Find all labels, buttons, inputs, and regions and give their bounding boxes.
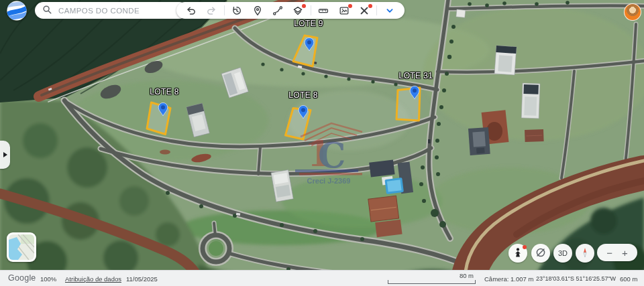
compass-button[interactable] — [576, 244, 594, 263]
status-bar: Google 100% Atribuição de dados 11/05/20… — [0, 270, 644, 286]
main-toolbar — [176, 2, 405, 19]
map-scale: 80 m — [388, 273, 476, 284]
toolbar-divider — [224, 5, 225, 15]
draw-path-button[interactable] — [270, 3, 285, 18]
add-placemark-button[interactable] — [250, 3, 265, 18]
scale-label: 80 m — [388, 273, 476, 279]
cursor-coordinates: 23°18'03.61"S 51°16'25.57"W — [536, 275, 616, 282]
project-tools-button[interactable] — [356, 3, 372, 18]
google-earth-app: LOTE 9 LOTE 8 LOTE 8 LOTE 31 1 C Creci J… — [0, 0, 644, 286]
data-attribution-link[interactable]: Atribuição de dados — [65, 275, 121, 283]
ruler-icon — [318, 5, 329, 16]
toolbar-divider — [311, 5, 311, 15]
toolbar-divider — [376, 5, 377, 15]
photo-icon — [339, 5, 350, 16]
pegman-icon — [513, 247, 523, 259]
search-box[interactable]: CAMPOS DO CONDE — [35, 2, 188, 19]
lot-label-lote-8-center[interactable]: LOTE 8 — [288, 90, 318, 100]
imagery-zoom-percent: 100% — [40, 275, 56, 283]
notification-dot — [523, 245, 527, 249]
redo-icon — [206, 5, 217, 16]
tilt-view-button[interactable] — [531, 244, 550, 263]
map-style-thumbnail[interactable] — [7, 232, 36, 262]
lot-label-lote-8-left[interactable]: LOTE 8 — [150, 87, 179, 96]
notification-dot — [368, 4, 372, 8]
google-wordmark: Google — [8, 273, 36, 283]
measure-button[interactable] — [316, 3, 331, 18]
lot-label-lote-31[interactable]: LOTE 31 — [399, 71, 433, 80]
undo-button[interactable] — [183, 3, 199, 18]
search-icon — [42, 5, 52, 16]
imagery-date: 11/05/2025 — [126, 275, 158, 283]
chevron-down-icon — [384, 5, 395, 16]
tilt-icon — [535, 247, 546, 259]
google-earth-logo[interactable] — [7, 1, 27, 21]
pegman-button[interactable] — [508, 244, 527, 263]
collapse-toolbar-button[interactable] — [382, 3, 398, 18]
photo-button[interactable] — [336, 3, 352, 18]
notification-dot — [302, 4, 306, 8]
3d-label: 3D — [558, 249, 568, 257]
layers-button[interactable] — [290, 3, 305, 18]
redo-button[interactable] — [203, 3, 219, 18]
panel-expand-handle[interactable] — [0, 141, 10, 169]
compass-icon — [580, 247, 590, 259]
roundabout — [203, 235, 229, 262]
history-button[interactable] — [229, 3, 245, 18]
3d-toggle-button[interactable]: 3D — [553, 244, 572, 263]
chevron-right-icon — [3, 152, 7, 157]
undo-icon — [186, 5, 197, 16]
history-icon — [231, 5, 242, 16]
placemark-icon — [252, 5, 263, 16]
zoom-in-button[interactable]: + — [622, 248, 628, 258]
notification-dot — [348, 4, 352, 8]
map-canvas[interactable] — [0, 0, 644, 286]
account-avatar[interactable] — [624, 3, 641, 21]
ground-elevation: 600 m — [620, 275, 637, 283]
zoom-controls: − + — [597, 244, 637, 261]
camera-altitude: Câmera: 1.007 m — [484, 275, 533, 283]
scale-bar — [388, 280, 476, 284]
path-icon — [272, 5, 283, 16]
search-query: CAMPOS DO CONDE — [58, 7, 140, 15]
lot-label-lote-9[interactable]: LOTE 9 — [294, 19, 323, 28]
zoom-out-button[interactable]: − — [606, 248, 612, 258]
